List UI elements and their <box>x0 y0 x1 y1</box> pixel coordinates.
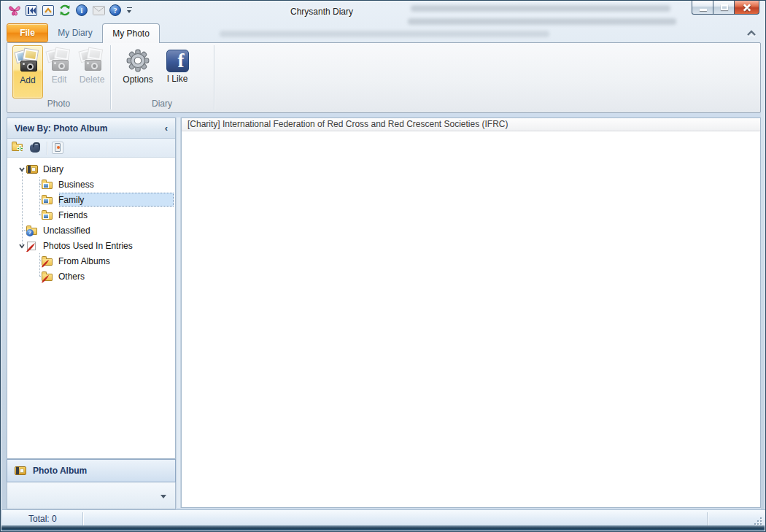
tree-item-unclassified[interactable]: ? Unclassified <box>7 223 175 238</box>
mail-icon[interactable] <box>92 4 105 17</box>
nav-first-icon[interactable] <box>25 4 38 17</box>
dropdown-arrow-icon[interactable] <box>160 495 166 498</box>
photo-content-area: [Charity] International Federation of Re… <box>181 117 761 508</box>
tree-item-diary[interactable]: Diary <box>7 161 175 177</box>
quick-access-toolbar: i ? <box>8 4 134 17</box>
album-bag-icon[interactable] <box>29 142 42 154</box>
group-label-photo: Photo <box>7 99 110 110</box>
photo-album-nav-button[interactable]: Photo Album <box>7 459 176 482</box>
sidebar-header: View By: Photo Album ‹ <box>7 118 175 139</box>
tree-item-friends[interactable]: Friends <box>7 207 175 223</box>
nav-up-icon[interactable] <box>42 4 55 17</box>
tree-item-others[interactable]: Others <box>7 269 175 284</box>
sidebar-splitter[interactable] <box>176 117 181 508</box>
ribbon-group-separator <box>214 45 214 109</box>
quill-folder-icon <box>42 271 55 282</box>
edit-photo-icon <box>47 48 71 73</box>
sidebar-title: View By: Photo Album <box>15 123 165 134</box>
nav-pane-options <box>7 482 176 509</box>
help-icon[interactable]: ? <box>109 4 122 17</box>
tree-item-photos-used-in-entries[interactable]: Photos Used In Entries <box>7 238 175 253</box>
add-button[interactable]: Add <box>12 45 43 99</box>
photo-folder-icon <box>42 179 55 190</box>
ribbon-collapse-icon[interactable] <box>746 28 757 36</box>
photo-folder-icon <box>42 209 55 221</box>
add-album-icon[interactable] <box>12 142 25 154</box>
options-gear-icon <box>125 48 150 73</box>
tree-item-business[interactable]: Business <box>7 177 175 192</box>
sidebar-photo-album: View By: Photo Album ‹ <box>7 117 176 459</box>
ribbon: Add Edit Delete Photo Options <box>7 42 761 113</box>
photo-album-icon <box>15 465 28 477</box>
close-button[interactable] <box>735 1 759 15</box>
options-button[interactable]: Options <box>117 45 159 99</box>
quill-page-icon <box>26 240 39 252</box>
ghost-text-blur <box>408 18 676 25</box>
window-frame-bottom <box>1 525 765 531</box>
info-icon[interactable]: i <box>75 4 88 17</box>
facebook-icon: f <box>166 50 189 72</box>
toolbar-separator <box>47 142 47 155</box>
sidebar-toolbar <box>7 139 175 158</box>
minimize-button[interactable] <box>692 1 713 15</box>
i-like-button[interactable]: f I Like <box>160 45 194 99</box>
photo-folder-icon <box>42 194 55 206</box>
quill-folder-icon <box>42 255 55 267</box>
app-window: Chrysanth Diary i ? File My Diary <box>0 0 766 532</box>
resize-grip[interactable] <box>753 516 762 525</box>
tab-my-photo[interactable]: My Photo <box>102 23 160 43</box>
maximize-button[interactable] <box>713 1 735 15</box>
refresh-icon[interactable] <box>58 4 71 17</box>
chevron-expanded-icon[interactable] <box>18 165 26 174</box>
window-controls <box>692 1 759 15</box>
minimize-icon <box>700 9 707 11</box>
sidebar-collapse-icon[interactable]: ‹ <box>165 123 168 134</box>
tab-my-diary[interactable]: My Diary <box>49 23 101 42</box>
ghost-text-blur <box>220 31 549 37</box>
maximize-icon <box>721 4 728 10</box>
group-label-diary: Diary <box>110 99 214 110</box>
delete-button[interactable]: Delete <box>74 45 109 99</box>
photo-album-icon <box>26 163 39 175</box>
edit-button[interactable]: Edit <box>44 45 74 99</box>
tree-item-family[interactable]: Family <box>7 192 175 207</box>
delete-photo-icon <box>80 48 104 73</box>
app-butterfly-icon[interactable] <box>8 4 21 17</box>
tree-item-from-albums[interactable]: From Albums <box>7 253 175 269</box>
add-photo-icon <box>15 49 40 74</box>
content-group-header[interactable]: [Charity] International Federation of Re… <box>182 118 760 131</box>
file-tab-button[interactable]: File <box>7 23 48 42</box>
workspace: View By: Photo Album ‹ <box>7 113 761 509</box>
export-device-icon[interactable] <box>52 142 65 154</box>
qat-customize-dropdown-icon[interactable] <box>125 5 134 15</box>
album-tree: Diary Business Family <box>7 158 175 458</box>
question-folder-icon: ? <box>26 225 39 236</box>
